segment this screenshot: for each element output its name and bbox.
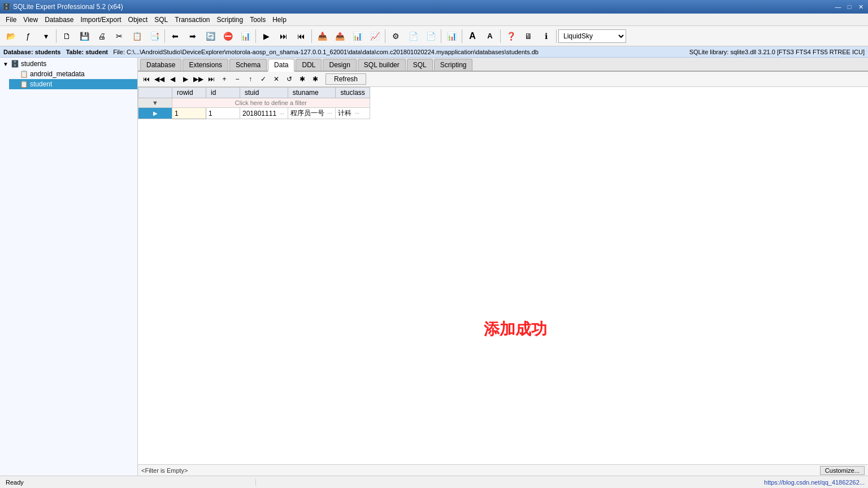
toolbar-btn16[interactable]: 📤 <box>331 28 348 44</box>
menu-bar: File View Database Import/Export Object … <box>0 14 868 26</box>
maximize-button[interactable]: □ <box>844 2 854 12</box>
toolbar-btn12[interactable]: ▶ <box>258 28 275 44</box>
toolbar-btn22[interactable]: 📊 <box>443 28 460 44</box>
toolbar-btn2[interactable]: 💾 <box>76 28 93 44</box>
tab-sql[interactable]: SQL <box>407 59 433 71</box>
toolbar-btn21[interactable]: 📄 <box>422 28 439 44</box>
nav-first[interactable]: ⏮ <box>140 73 153 85</box>
stuname-ellipsis[interactable]: ··· <box>326 110 333 116</box>
tab-design[interactable]: Design <box>323 59 356 71</box>
nav-prev-page[interactable]: ◀◀ <box>153 73 166 85</box>
toolbar-btn26[interactable]: ℹ <box>537 28 554 44</box>
toolbar-btn23[interactable]: A <box>464 28 481 44</box>
nav-add[interactable]: + <box>218 73 231 85</box>
sqlite-lib-info: SQLite library: sqlite3.dll 3.21.0 [FTS3… <box>689 49 865 55</box>
sidebar: ▼ 🗄️ students 📋 android_metadata 📋 stude… <box>0 58 138 476</box>
table-row: ▶ 1 1 201801111 ··· 程序员一号 <box>138 108 370 119</box>
tab-schema[interactable]: Schema <box>229 59 267 71</box>
tree-expander-root[interactable]: ▼ <box>2 61 9 67</box>
toolbar-btn3[interactable]: 🖨 <box>93 28 110 44</box>
db-icon: 🗄️ <box>11 60 19 68</box>
menu-database[interactable]: Database <box>41 15 77 25</box>
menu-view[interactable]: View <box>20 15 41 25</box>
col-rowid: rowid <box>172 88 206 98</box>
tree-label-student: student <box>30 80 52 88</box>
profile-dropdown[interactable]: LiquidSky <box>558 29 626 43</box>
tab-sql-builder[interactable]: SQL builder <box>358 59 406 71</box>
data-table: rowid id stuid stuname stuclass ▼ Click … <box>138 87 370 119</box>
menu-object[interactable]: Object <box>125 15 151 25</box>
nav-cancel[interactable]: ✕ <box>270 73 283 85</box>
menu-scripting[interactable]: Scripting <box>214 15 247 25</box>
toolbar-btn7[interactable]: ⬅ <box>167 28 184 44</box>
toolbar-open[interactable]: 📂 <box>2 28 19 44</box>
filter-row[interactable]: ▼ Click here to define a filter <box>138 98 370 108</box>
nav-star1[interactable]: ✱ <box>296 73 309 85</box>
app-title: SQLite Expert Professional 5.2 (x64) <box>13 3 123 11</box>
stuclass-ellipsis[interactable]: ··· <box>354 110 361 116</box>
cell-id[interactable]: 1 <box>206 108 240 119</box>
filter-indicator: ▼ <box>138 98 172 108</box>
stuid-ellipsis[interactable]: ··· <box>278 111 285 117</box>
toolbar-btn5[interactable]: 📋 <box>128 28 145 44</box>
toolbar-btn9[interactable]: 🔄 <box>202 28 219 44</box>
col-id: id <box>206 88 240 98</box>
menu-tools[interactable]: Tools <box>246 15 269 25</box>
nav-prev[interactable]: ◀ <box>166 73 179 85</box>
toolbar-btn15[interactable]: 📥 <box>314 28 331 44</box>
cell-stuclass[interactable]: 计科 ··· <box>336 108 370 119</box>
tree-root-label: students <box>21 60 46 68</box>
toolbar-btn25[interactable]: 🖥 <box>520 28 537 44</box>
status-text: Ready <box>3 479 256 486</box>
toolbar-help[interactable]: ❓ <box>502 28 519 44</box>
toolbar-btn24[interactable]: A <box>481 28 498 44</box>
tab-extensions[interactable]: Extensions <box>183 59 228 71</box>
menu-file[interactable]: File <box>2 15 20 25</box>
toolbar-btn17[interactable]: 📊 <box>349 28 366 44</box>
tab-ddl[interactable]: DDL <box>296 59 322 71</box>
status-url[interactable]: https://blog.csdn.net/qq_41862262... <box>764 479 865 486</box>
toolbar-btn6[interactable]: 📑 <box>146 28 163 44</box>
nav-up[interactable]: ↑ <box>244 73 257 85</box>
nav-last[interactable]: ⏭ <box>205 73 218 85</box>
toolbar-btn20[interactable]: 📄 <box>405 28 422 44</box>
nav-delete[interactable]: − <box>231 73 244 85</box>
tree-item-student[interactable]: 📋 student <box>9 79 137 89</box>
cell-rowid[interactable]: 1 <box>172 108 206 119</box>
toolbar-btn1[interactable]: 🗋 <box>58 28 75 44</box>
menu-transaction[interactable]: Transaction <box>171 15 213 25</box>
toolbar-btn19[interactable]: ⚙ <box>387 28 404 44</box>
tab-data[interactable]: Data <box>268 59 294 72</box>
toolbar-btn18[interactable]: 📈 <box>366 28 383 44</box>
close-button[interactable]: ✕ <box>856 2 866 12</box>
cell-stuid[interactable]: 201801111 ··· <box>240 108 288 119</box>
toolbar-btn8[interactable]: ➡ <box>184 28 201 44</box>
menu-importexport[interactable]: Import/Export <box>77 15 125 25</box>
nav-next[interactable]: ▶ <box>179 73 192 85</box>
toolbar-dropdown-arrow[interactable]: ▾ <box>37 28 54 44</box>
refresh-button[interactable]: Refresh <box>326 73 366 85</box>
cell-stuname[interactable]: 程序员一号 ··· <box>288 108 336 119</box>
menu-sql[interactable]: SQL <box>151 15 171 25</box>
nav-refresh-small[interactable]: ↺ <box>283 73 296 85</box>
nav-confirm[interactable]: ✓ <box>257 73 270 85</box>
col-indicator <box>138 88 172 98</box>
tab-database[interactable]: Database <box>140 59 181 71</box>
table-icon-student: 📋 <box>20 80 28 88</box>
toolbar-btn11[interactable]: 📊 <box>237 28 254 44</box>
toolbar-btn14[interactable]: ⏮ <box>293 28 310 44</box>
nav-star2[interactable]: ✱ <box>309 73 322 85</box>
customize-button[interactable]: Customize... <box>820 466 865 475</box>
tree-item-root[interactable]: ▼ 🗄️ students <box>0 59 137 69</box>
toolbar-fx[interactable]: ƒ <box>20 28 37 44</box>
tab-scripting[interactable]: Scripting <box>434 59 473 71</box>
tree-item-android-metadata[interactable]: 📋 android_metadata <box>9 69 137 79</box>
toolbar-btn4[interactable]: ✂ <box>111 28 128 44</box>
table-icon-metadata: 📋 <box>20 70 28 78</box>
minimize-button[interactable]: — <box>833 2 843 12</box>
toolbar-btn13[interactable]: ⏭ <box>275 28 292 44</box>
toolbar-btn10[interactable]: ⛔ <box>219 28 236 44</box>
menu-help[interactable]: Help <box>269 15 290 25</box>
filter-text[interactable]: Click here to define a filter <box>172 98 370 108</box>
nav-next-page[interactable]: ▶▶ <box>192 73 205 85</box>
